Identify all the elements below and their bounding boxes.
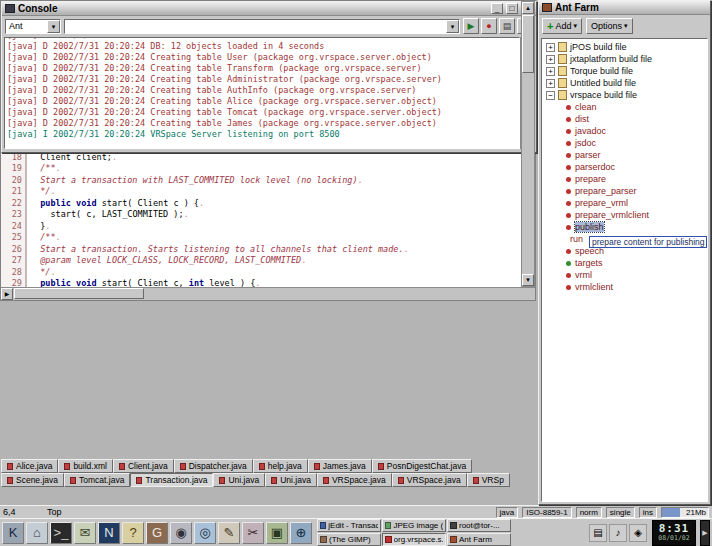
code-token: LAST_COMMITED (102, 209, 169, 219)
tree-build-file[interactable]: +jxtaplatform build file (544, 53, 707, 65)
eol-marker-icon: . (404, 244, 409, 254)
panel-hide-button[interactable]: ▶ (700, 520, 710, 546)
gimp-icon[interactable]: G (146, 522, 168, 544)
scissors-icon[interactable]: ✂ (242, 522, 264, 544)
tree-target[interactable]: javadoc (544, 125, 707, 137)
clear-button[interactable]: ▤ (499, 18, 515, 34)
tree-expander-icon[interactable]: + (546, 43, 555, 52)
run-button[interactable]: ▶ (463, 18, 479, 34)
console-titlebar[interactable]: Console _ □ × (2, 2, 536, 16)
editor-hscrollbar-thumb[interactable] (14, 288, 144, 299)
buffer-tab-label: VRSp (482, 475, 504, 485)
package-icon[interactable]: ▣ (266, 522, 288, 544)
console-shell-select[interactable]: Ant ▾ (5, 19, 61, 34)
tree-build-file[interactable]: +jPOS build file (544, 41, 707, 53)
globe-icon[interactable]: ⊕ (290, 522, 312, 544)
chevron-down-icon[interactable]: ▾ (446, 20, 459, 33)
chevron-down-icon[interactable]: ▾ (47, 20, 60, 33)
scroll-right-icon[interactable]: ▶ (1, 288, 13, 300)
tree-target[interactable]: parserdoc (544, 161, 707, 173)
buffer-tab[interactable]: Client.java (113, 459, 174, 473)
show-desktop-icon[interactable]: ⌂ (26, 522, 48, 544)
task-label: (The GIMP) (329, 535, 371, 544)
file-icon (136, 477, 142, 484)
ant-tree[interactable]: +jPOS build file+jxtaplatform build file… (541, 38, 708, 502)
console-command-combo[interactable]: ▾ (64, 19, 460, 34)
buffer-tab[interactable]: Uni.java (265, 473, 317, 487)
task-button[interactable]: JPEG image (... (382, 519, 446, 532)
applet-icon[interactable]: ◈ (629, 524, 647, 542)
tree-target[interactable]: dist (544, 113, 707, 125)
editor-pen-icon[interactable]: ✎ (218, 522, 240, 544)
mail-icon[interactable]: ✉ (74, 522, 96, 544)
buffer-tab[interactable]: build.xml (58, 459, 113, 473)
code-token: public (40, 278, 71, 287)
status-flag: norm (576, 507, 602, 518)
tree-build-file[interactable]: +Untitled build file (544, 77, 707, 89)
buffer-tab[interactable]: Scene.java (1, 473, 64, 487)
target-label: targets (575, 258, 603, 268)
task-button[interactable]: root@tor-... (447, 519, 511, 532)
task-label: root@tor-... (459, 521, 500, 530)
console-minimize-button[interactable]: _ (491, 3, 503, 14)
clipboard-icon[interactable]: ▤ (589, 524, 607, 542)
sound-icon[interactable]: ♪ (609, 524, 627, 542)
launcher-area: K⌂>_✉N?G◉◎✎✂▣⊕ (2, 522, 312, 544)
tree-build-file[interactable]: +Torque build file (544, 65, 707, 77)
console-line: [java] D 2002/7/31 20:20:24 Creating tab… (7, 96, 519, 107)
tree-expander-icon[interactable]: + (546, 67, 555, 76)
tree-target[interactable]: runprepare content for publishing (544, 233, 707, 245)
task-button[interactable]: (The GIMP) (317, 533, 381, 546)
tree-target[interactable]: jsdoc (544, 137, 707, 149)
tree-expander-icon[interactable]: − (546, 91, 555, 100)
terminal-icon[interactable]: >_ (50, 522, 72, 544)
scroll-down-icon[interactable]: ▼ (522, 274, 534, 286)
magnifier-icon[interactable]: ◎ (194, 522, 216, 544)
buffer-tab[interactable]: Dispatcher.java (174, 459, 253, 473)
tree-target[interactable]: vrmlclient (544, 281, 707, 293)
ant-farm-titlebar[interactable]: Ant Farm (539, 1, 710, 15)
console-maximize-button[interactable]: □ (506, 3, 518, 14)
help-icon[interactable]: ? (122, 522, 144, 544)
task-button[interactable]: jEdit - Transac... (317, 519, 381, 532)
buffer-tab[interactable]: VRSp (467, 473, 510, 487)
buffer-tab[interactable]: Alice.java (1, 459, 58, 473)
code-token: , (91, 209, 101, 219)
tree-target[interactable]: vrml (544, 269, 707, 281)
k-menu-icon[interactable]: K (2, 522, 24, 544)
taskbar-clock[interactable]: 8:31 08/01/02 (652, 520, 696, 546)
buffer-tab[interactable]: help.java (253, 459, 308, 473)
add-build-file-button[interactable]: + Add ▾ (542, 18, 582, 34)
stop-button[interactable]: ● (481, 18, 497, 34)
tree-build-file[interactable]: −vrspace build file (544, 89, 707, 101)
tree-expander-icon[interactable]: + (546, 55, 555, 64)
tree-target[interactable]: prepare_vrmlclient (544, 209, 707, 221)
buffer-tab[interactable]: Transaction.java (130, 473, 213, 487)
camera-icon[interactable]: ◉ (170, 522, 192, 544)
tree-target[interactable]: publish (544, 221, 707, 233)
tree-target[interactable]: prepare_vrml (544, 197, 707, 209)
editor-horizontal-scrollbar[interactable]: ◀ ▶ (1, 287, 535, 300)
editor-scrollbar-thumb[interactable] (522, 15, 534, 73)
buffer-tab[interactable]: PosnDigestChat.java (372, 459, 472, 473)
browser-icon[interactable]: N (98, 522, 120, 544)
scroll-up-icon[interactable]: ▲ (522, 2, 534, 14)
tree-target[interactable]: targets (544, 257, 707, 269)
tree-expander-icon[interactable]: + (546, 79, 555, 88)
editor-vertical-scrollbar[interactable]: ▲ ▼ (521, 1, 535, 287)
target-tooltip: prepare content for publishing (589, 236, 707, 248)
tree-target[interactable]: prepare_parser (544, 185, 707, 197)
task-button[interactable]: Ant Farm (447, 533, 511, 546)
buffer-tab[interactable]: VRSpace.java (392, 473, 467, 487)
task-button[interactable]: org.vrspace.s... (382, 533, 446, 546)
buffer-tab[interactable]: VRSpace.java (317, 473, 392, 487)
options-button[interactable]: Options ▾ (586, 18, 633, 34)
buffer-tab[interactable]: Tomcat.java (64, 473, 130, 487)
buffer-tab[interactable]: James.java (308, 459, 372, 473)
memory-gauge[interactable]: 21Mb (661, 507, 709, 518)
console-command-input[interactable] (65, 20, 446, 32)
tree-target[interactable]: parser (544, 149, 707, 161)
buffer-tab[interactable]: Uni.java (213, 473, 265, 487)
tree-target[interactable]: prepare (544, 173, 707, 185)
tree-target[interactable]: clean (544, 101, 707, 113)
